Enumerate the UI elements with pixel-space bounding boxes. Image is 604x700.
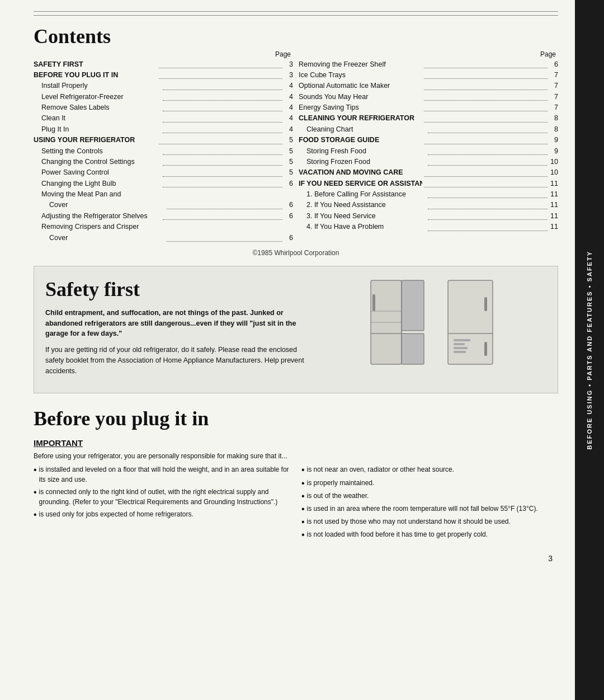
toc-item: Optional Automatic Ice Maker 7 [299, 81, 558, 91]
refrigerator-open-icon [365, 278, 432, 367]
toc-item: Clean It 4 [34, 113, 293, 124]
bullet-item: • is not near an oven, radiator or other… [301, 464, 558, 475]
toc-item: Moving the Meat Pan and [34, 189, 293, 200]
left-page-header: Page [34, 50, 293, 58]
contents-right-col: Page Removing the Freezer Shelf 6 Ice Cu… [299, 50, 558, 243]
svg-rect-15 [454, 351, 466, 353]
contents-left-col: Page SAFETY FIRST 3 BEFORE YOU PLUG IT I… [34, 50, 293, 243]
safety-title: Safety first [45, 278, 314, 301]
bullet-item: • is out of the weather. [301, 491, 558, 501]
toc-item: 3. If You Need Service 11 [299, 211, 558, 222]
safety-para2: If you are getting rid of your old refri… [45, 345, 314, 376]
bullet-item: • is properly maintained. [301, 478, 558, 488]
toc-item: Setting the Controls 5 [34, 146, 293, 157]
main-content: Contents Page SAFETY FIRST 3 BEFORE YOU … [0, 0, 575, 580]
svg-rect-2 [402, 333, 424, 364]
svg-rect-14 [454, 347, 468, 349]
toc-item: BEFORE YOU PLUG IT IN 3 [34, 70, 293, 81]
svg-rect-10 [484, 297, 487, 311]
toc-item: 1. Before Calling For Assistance 11 [299, 189, 558, 200]
plug-section: Before you plug it in IMPORTANT Before u… [34, 407, 558, 542]
toc-item: Power Saving Control 5 [34, 167, 293, 178]
important-right-col: • is not near an oven, radiator or other… [301, 464, 558, 542]
bullet-item: • is installed and leveled on a floor th… [34, 464, 290, 485]
safety-images-column [323, 278, 546, 382]
toc-item: Energy Saving Tips 7 [299, 102, 558, 113]
toc-item: 2. If You Need Assistance 11 [299, 200, 558, 210]
toc-item: SAFETY FIRST 3 [34, 59, 293, 70]
svg-rect-11 [484, 342, 487, 356]
important-columns: • is installed and leveled on a floor th… [34, 464, 558, 542]
toc-item: Cover 6 [34, 200, 293, 210]
contents-columns: Page SAFETY FIRST 3 BEFORE YOU PLUG IT I… [34, 50, 558, 243]
toc-item: Cleaning Chart 8 [299, 124, 558, 135]
important-intro: Before using your refrigerator, you are … [34, 451, 558, 461]
toc-item: Sounds You May Hear 7 [299, 92, 558, 102]
right-page-header: Page [299, 50, 558, 58]
safety-para1: Child entrapment, and suffocation, are n… [45, 308, 314, 339]
svg-rect-1 [402, 280, 424, 331]
copyright-text: ©1985 Whirlpool Corporation [34, 249, 558, 257]
toc-item: Changing the Light Bulb 6 [34, 178, 293, 189]
toc-item: Ice Cube Trays 7 [299, 70, 558, 81]
toc-item: Storing Frozen Food 10 [299, 157, 558, 167]
bullet-item: • is not loaded with food before it has … [301, 529, 558, 540]
toc-item: Level Refrigerator-Freezer 4 [34, 92, 293, 102]
svg-rect-12 [454, 339, 470, 341]
refrigerator-closed-icon [437, 278, 504, 367]
important-left-col: • is installed and leveled on a floor th… [34, 464, 290, 542]
contents-section: Contents Page SAFETY FIRST 3 BEFORE YOU … [34, 26, 558, 243]
contents-title: Contents [34, 26, 558, 48]
toc-item: Adjusting the Refrigerator Shelves 6 [34, 211, 293, 222]
plug-title: Before you plug it in [34, 407, 558, 430]
toc-item: VACATION AND MOVING CARE 10 [299, 167, 558, 178]
toc-item: Remove Sales Labels 4 [34, 102, 293, 113]
svg-rect-13 [454, 343, 465, 345]
bullet-item: • is used in an area where the room temp… [301, 504, 558, 514]
bullet-item: • is connected only to the right kind of… [34, 487, 290, 507]
toc-item: Cover 6 [34, 233, 293, 243]
toc-item: Install Properly 4 [34, 81, 293, 91]
toc-item: IF YOU NEED SERVICE OR ASSISTANCE 11 [299, 178, 558, 189]
svg-rect-4 [372, 294, 375, 311]
page-number: 3 [34, 554, 558, 563]
toc-item: CLEANING YOUR REFRIGERATOR 8 [299, 113, 558, 124]
toc-item: 4. If You Have a Problem 11 [299, 222, 558, 232]
top-decorative-lines [34, 11, 558, 16]
toc-item: Changing the Control Settings 5 [34, 157, 293, 167]
toc-item: FOOD STORAGE GUIDE 9 [299, 135, 558, 145]
important-label: IMPORTANT [34, 438, 558, 448]
right-sidebar: BEFORE USING • PARTS AND FEATURES • SAFE… [575, 0, 604, 700]
toc-item: Storing Fresh Food 9 [299, 146, 558, 157]
safety-text-column: Safety first Child entrapment, and suffo… [45, 278, 314, 382]
toc-item: USING YOUR REFRIGERATOR 5 [34, 135, 293, 145]
bullet-item: • is used only for jobs expected of home… [34, 509, 290, 520]
sidebar-label: BEFORE USING • PARTS AND FEATURES • SAFE… [586, 251, 593, 450]
toc-item: Removing the Freezer Shelf 6 [299, 59, 558, 70]
bullet-item: • is not used by those who may not under… [301, 516, 558, 527]
safety-section: Safety first Child entrapment, and suffo… [34, 266, 558, 394]
toc-item: Plug It In 4 [34, 124, 293, 135]
toc-item: Removing Crispers and Crisper [34, 222, 293, 232]
